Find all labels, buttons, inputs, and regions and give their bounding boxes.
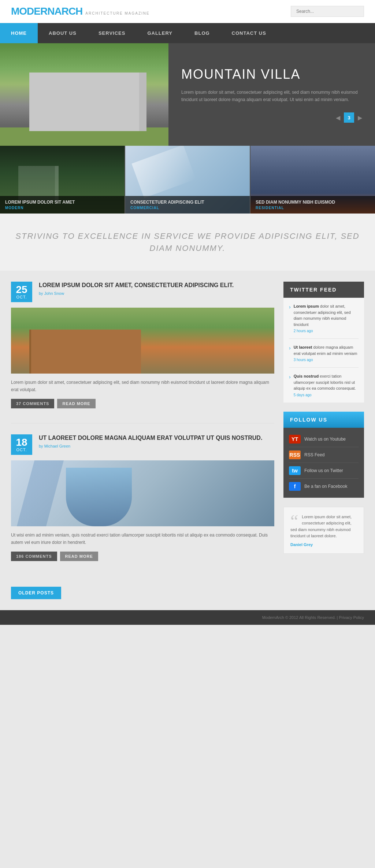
post-divider — [11, 423, 274, 423]
logo-part2: ARCH — [54, 5, 82, 17]
post-image-placeholder-0 — [11, 308, 274, 374]
post-excerpt-1: Ut wisi enim ad minim veniam, quis nostr… — [11, 531, 274, 546]
tweet-content-1: Ut laoreet dolore magna aliquam erat vol… — [294, 344, 359, 362]
post-image-0 — [11, 308, 274, 374]
follow-twitter[interactable]: tw Follow us on Twitter — [289, 463, 359, 479]
logo-subtitle: ARCHITECTURE MAGAZINE — [85, 11, 149, 15]
header: MODERNARCH ARCHITECTURE MAGAZINE — [0, 0, 375, 23]
nav-item-contact[interactable]: CONTACT US — [221, 23, 277, 43]
feature-item-0[interactable]: LOREM IPSUM DOLOR SIT AMET MODERN — [0, 146, 125, 214]
follow-youtube[interactable]: YT Watch us on Youtube — [289, 431, 359, 447]
feature-title-1: CONSECTETUER ADIPISCING ELIT — [130, 200, 245, 205]
feature-grid: LOREM IPSUM DOLOR SIT AMET MODERN CONSEC… — [0, 146, 375, 214]
post-author-0: by John Snow — [39, 291, 234, 296]
quote-author: Daniel Grey — [290, 542, 357, 547]
post-meta-1: UT LAOREET DOLORE MAGNA ALIQUAM ERAT VOL… — [39, 434, 262, 448]
follow-rss-label: RSS Feed — [304, 452, 324, 457]
tweet-content-2: Quis nostrud exerci tation ullamcorper s… — [294, 373, 359, 397]
comments-button-1[interactable]: 186 COMMENTS — [11, 552, 57, 561]
follow-facebook-label: Be a fan on Facebook — [304, 484, 347, 489]
rss-icon: RSS — [289, 450, 301, 459]
tweet-1: › Ut laoreet dolore magna aliquam erat v… — [289, 344, 359, 368]
follow-us-widget: FOLLOW US YT Watch us on Youtube RSS RSS… — [283, 412, 364, 498]
post-title-1: UT LAOREET DOLORE MAGNA ALIQUAM ERAT VOL… — [39, 434, 262, 442]
feature-tag-2: RESIDENTIAL — [256, 206, 370, 210]
quote-widget: “ Lorem ipsum dolor sit amet, consectetu… — [283, 507, 364, 554]
nav-item-services[interactable]: SERVICES — [88, 23, 137, 43]
feature-overlay-2: SED DIAM NONUMMY NIBH EUISMOD RESIDENTIA… — [250, 196, 375, 214]
post-header-0: 25 OCT. LOREM IPSUM DOLOR SIT AMET, CONS… — [11, 282, 274, 302]
nav-item-blog[interactable]: BLOG — [183, 23, 221, 43]
nav-item-about[interactable]: ABOUT US — [38, 23, 88, 43]
follow-rss[interactable]: RSS RSS Feed — [289, 447, 359, 463]
post-header-1: 18 OCT. UT LAOREET DOLORE MAGNA ALIQUAM … — [11, 434, 274, 455]
follow-twitter-label: Follow us on Twitter — [304, 468, 343, 473]
hero-image-placeholder — [0, 43, 168, 146]
twitter-feed-title: TWITTER FEED — [283, 282, 364, 298]
tweet-time-0: 2 hours ago — [294, 329, 359, 333]
tweet-icon-0: › — [289, 304, 291, 333]
twitter-icon: tw — [289, 466, 301, 475]
tweet-text-0: Lorem ipsum dolor sit amet, consectetuer… — [294, 303, 359, 327]
tweet-0: › Lorem ipsum dolor sit amet, consectetu… — [289, 303, 359, 339]
tweet-time-1: 3 hours ago — [294, 358, 359, 362]
youtube-icon: YT — [289, 435, 301, 444]
feature-title-0: LOREM IPSUM DOLOR SIT AMET — [5, 200, 119, 205]
post-meta-0: LOREM IPSUM DOLOR SIT AMET, CONSECTETUER… — [39, 282, 234, 296]
hero-prev-arrow[interactable]: ◀ — [336, 114, 340, 121]
twitter-feed-body: › Lorem ipsum dolor sit amet, consectetu… — [283, 298, 364, 403]
search-input[interactable] — [291, 6, 364, 17]
hero-slider: MOUNTAIN VILLA Lorem ipsum dolor sit ame… — [0, 43, 375, 146]
feature-tag-1: COMMERCIAL — [130, 206, 245, 210]
hero-navigation: ◀ 3 ▶ — [181, 112, 362, 123]
post-author-1: by Michael Green — [39, 444, 262, 448]
blog-posts: 25 OCT. LOREM IPSUM DOLOR SIT AMET, CONS… — [11, 282, 274, 576]
post-day-1: 18 — [15, 437, 28, 448]
logo-wordmark: MODERNARCH — [11, 5, 82, 17]
post-actions-1: 186 COMMENTS READ MORE — [11, 552, 274, 561]
older-posts-button[interactable]: OLDER POSTS — [11, 587, 61, 599]
post-image-placeholder-1 — [11, 460, 274, 526]
hero-title: MOUNTAIN VILLA — [181, 66, 362, 82]
facebook-icon: f — [289, 482, 301, 491]
post-actions-0: 37 COMMENTS READ MORE — [11, 399, 274, 408]
main-content: 25 OCT. LOREM IPSUM DOLOR SIT AMET, CONS… — [0, 271, 375, 587]
hero-next-arrow[interactable]: ▶ — [358, 114, 362, 121]
nav-item-home[interactable]: HOME — [0, 23, 38, 43]
quote-mark: “ — [290, 517, 298, 526]
tweet-2: › Quis nostrud exerci tation ullamcorper… — [289, 373, 359, 397]
feature-overlay-1: CONSECTETUER ADIPISCING ELIT COMMERCIAL — [125, 196, 250, 214]
read-more-button-1[interactable]: READ MORE — [60, 552, 98, 561]
main-nav: HOME ABOUT US SERVICES GALLERY BLOG CONT… — [0, 23, 375, 43]
feature-overlay-0: LOREM IPSUM DOLOR SIT AMET MODERN — [0, 196, 125, 214]
feature-item-2[interactable]: SED DIAM NONUMMY NIBH EUISMOD RESIDENTIA… — [250, 146, 375, 214]
sidebar: TWITTER FEED › Lorem ipsum dolor sit ame… — [283, 282, 364, 576]
read-more-button-0[interactable]: READ MORE — [57, 399, 95, 408]
feature-title-2: SED DIAM NONUMMY NIBH EUISMOD — [256, 200, 370, 205]
hero-page-number: 3 — [344, 112, 354, 123]
post-month-1: OCT. — [15, 448, 28, 452]
tweet-icon-1: › — [289, 345, 291, 362]
blog-post-0: 25 OCT. LOREM IPSUM DOLOR SIT AMET, CONS… — [11, 282, 274, 408]
post-image-1 — [11, 460, 274, 526]
feature-item-1[interactable]: CONSECTETUER ADIPISCING ELIT COMMERCIAL — [125, 146, 250, 214]
tweet-text-1: Ut laoreet dolore magna aliquam erat vol… — [294, 344, 359, 356]
follow-facebook[interactable]: f Be a fan on Facebook — [289, 479, 359, 494]
footer: ModernArch © 2012 All Rights Reserved. |… — [0, 610, 375, 625]
tweet-text-2: Quis nostrud exerci tation ullamcorper s… — [294, 373, 359, 392]
twitter-feed-widget: TWITTER FEED › Lorem ipsum dolor sit ame… — [283, 282, 364, 403]
comments-button-0[interactable]: 37 COMMENTS — [11, 399, 54, 408]
hero-content: MOUNTAIN VILLA Lorem ipsum dolor sit ame… — [168, 43, 375, 146]
tagline-section: STRIVING TO EXCELLENCE IN SERVICE WE PRO… — [0, 214, 375, 271]
hero-description: Lorem ipsum dolor sit amet, consectetuer… — [181, 89, 362, 104]
footer-text: ModernArch © 2012 All Rights Reserved. |… — [11, 615, 364, 620]
nav-item-gallery[interactable]: GALLERY — [136, 23, 183, 43]
logo-part1: MODERN — [11, 5, 54, 17]
post-date-0: 25 OCT. — [11, 282, 32, 302]
tweet-time-2: 5 days ago — [294, 393, 359, 397]
feature-tag-0: MODERN — [5, 206, 119, 210]
follow-us-body: YT Watch us on Youtube RSS RSS Feed tw F… — [283, 428, 364, 498]
follow-youtube-label: Watch us on Youtube — [304, 437, 346, 442]
tagline-text: STRIVING TO EXCELLENCE IN SERVICE WE PRO… — [11, 230, 364, 254]
older-posts-section: OLDER POSTS — [0, 587, 375, 610]
